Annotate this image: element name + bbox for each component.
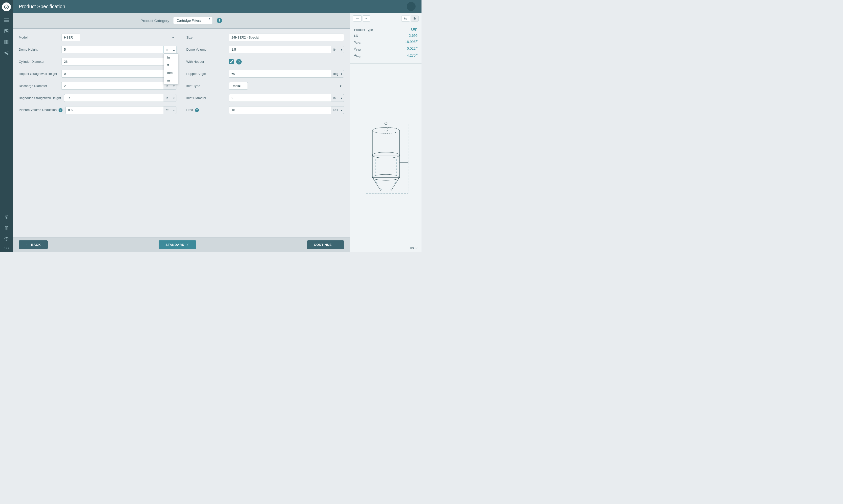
svg-point-20 bbox=[372, 127, 399, 133]
standard-label: STANDARD bbox=[165, 243, 184, 247]
model-select[interactable]: HSER bbox=[61, 34, 80, 41]
hopper-angle-label: Hopper Angle bbox=[186, 72, 226, 76]
unit-option-ft[interactable]: ft bbox=[164, 61, 178, 69]
dome-volume-input[interactable] bbox=[229, 46, 331, 53]
pred-input-group: PSI ▼ bbox=[229, 106, 344, 114]
svg-rect-24 bbox=[372, 155, 399, 177]
back-arrow-icon: ← bbox=[26, 243, 29, 247]
sidebar-item-storage[interactable] bbox=[2, 223, 11, 232]
body-layout: Product Category Cartridge Filters ▼ ? bbox=[13, 13, 422, 252]
right-panel: — ≡ kg lb Product Type SER LD 2.696 bbox=[350, 13, 422, 252]
back-button[interactable]: ← BACK bbox=[19, 240, 48, 249]
svg-line-39 bbox=[390, 179, 398, 190]
plenum-volume-input[interactable] bbox=[66, 106, 164, 114]
ahsg-value: 4.276ft² bbox=[407, 53, 417, 57]
continue-button[interactable]: CONTINUE → bbox=[307, 240, 344, 249]
inlet-diameter-field-row: Inlet Diameter in ▼ bbox=[186, 94, 344, 102]
with-hopper-checkbox[interactable] bbox=[229, 59, 234, 64]
category-bar: Product Category Cartridge Filters ▼ ? bbox=[13, 13, 350, 29]
right-panel-header: — ≡ kg lb bbox=[350, 13, 422, 24]
dome-height-input-group: in ft mm m ▲ in ft mm bbox=[61, 46, 176, 53]
diagram-label: HSER bbox=[410, 247, 417, 250]
hopper-angle-unit-select[interactable]: deg bbox=[331, 70, 344, 77]
size-field-row: Size bbox=[186, 34, 344, 41]
vencl-key: Vencl bbox=[354, 40, 361, 44]
category-select[interactable]: Cartridge Filters bbox=[173, 17, 213, 24]
ld-key: LD bbox=[354, 34, 358, 38]
svg-point-17 bbox=[5, 226, 8, 227]
inlet-type-select[interactable]: Radial bbox=[229, 82, 248, 90]
discharge-diameter-input-group: in ▼ bbox=[61, 82, 176, 90]
plenum-volume-label: Plenum Volume Deduction ? bbox=[19, 108, 62, 112]
dome-volume-unit-wrap: ft³ ▼ bbox=[331, 46, 344, 53]
plenum-volume-unit-wrap: ft³ ▼ bbox=[164, 106, 176, 114]
unit-option-in[interactable]: in bbox=[164, 54, 178, 61]
vencl-value: 16.996ft³ bbox=[405, 39, 417, 44]
pred-unit-wrap: PSI ▼ bbox=[331, 106, 344, 114]
svg-line-38 bbox=[374, 179, 382, 190]
category-label: Product Category bbox=[141, 19, 169, 23]
dome-volume-unit-select[interactable]: ft³ bbox=[331, 46, 344, 53]
sidebar-item-home[interactable] bbox=[2, 27, 11, 36]
lb-button[interactable]: lb bbox=[411, 16, 418, 21]
sidebar-item-share[interactable] bbox=[2, 49, 11, 57]
plenum-volume-unit-select[interactable]: ft³ bbox=[164, 106, 176, 114]
dome-height-unit-wrap: in ft mm m ▲ in ft mm bbox=[164, 46, 176, 53]
sidebar-item-layers[interactable] bbox=[2, 38, 11, 47]
panel-tabs: — ≡ bbox=[353, 15, 370, 21]
with-hopper-label: With Hopper bbox=[186, 60, 226, 64]
panel-tab-list[interactable]: ≡ bbox=[363, 15, 370, 21]
category-help-icon[interactable]: ? bbox=[217, 18, 222, 23]
size-input[interactable] bbox=[229, 34, 344, 41]
header-menu-button[interactable]: ⋮ bbox=[407, 2, 416, 11]
plenum-volume-input-group: ft³ ▼ bbox=[66, 106, 176, 114]
baghouse-straightwall-input[interactable] bbox=[64, 94, 164, 102]
sidebar-bottom: 3.1.4 bbox=[2, 213, 11, 250]
svg-point-19 bbox=[6, 240, 7, 240]
form-grid-wrap: Model HSER ▼ Size bbox=[13, 29, 350, 237]
continue-label: CONTINUE bbox=[314, 243, 332, 247]
category-select-wrap: Cartridge Filters ▼ bbox=[173, 17, 213, 24]
kg-button[interactable]: kg bbox=[401, 16, 410, 21]
sidebar: 3.1.4 bbox=[0, 0, 13, 252]
discharge-diameter-input[interactable] bbox=[61, 82, 164, 90]
plenum-help-icon[interactable]: ? bbox=[58, 108, 62, 112]
inlet-diameter-unit-wrap: in ▼ bbox=[331, 94, 344, 102]
pred-input[interactable] bbox=[229, 106, 331, 114]
svg-line-15 bbox=[6, 53, 7, 54]
sidebar-item-settings[interactable] bbox=[2, 213, 11, 221]
inlet-diameter-unit-select[interactable]: in bbox=[331, 94, 344, 102]
baghouse-straightwall-unit-select[interactable]: in bbox=[164, 94, 176, 102]
cylinder-diameter-field-row: Cylinder Diameter bbox=[19, 58, 176, 66]
dome-height-input[interactable] bbox=[61, 46, 164, 53]
page-title: Product Specification bbox=[19, 4, 404, 10]
unit-option-m[interactable]: m bbox=[164, 77, 178, 84]
ainlet-value: 0.022ft² bbox=[407, 46, 417, 50]
main-content: Product Specification ⋮ Product Category… bbox=[13, 0, 422, 252]
svg-line-14 bbox=[6, 52, 7, 53]
pred-help-icon[interactable]: ? bbox=[195, 108, 199, 112]
standard-button[interactable]: STANDARD ✓ bbox=[159, 240, 196, 249]
with-hopper-help-icon[interactable]: ? bbox=[236, 59, 241, 65]
app-logo[interactable] bbox=[2, 2, 11, 11]
unit-option-mm[interactable]: mm bbox=[164, 69, 178, 77]
hopper-straightwall-input[interactable] bbox=[61, 70, 176, 77]
sidebar-item-help[interactable] bbox=[2, 234, 11, 243]
dome-height-unit-select[interactable]: in ft mm m bbox=[164, 46, 176, 53]
panel-tab-chart[interactable]: — bbox=[353, 15, 362, 21]
hopper-angle-unit-wrap: deg ▼ bbox=[331, 70, 344, 77]
hopper-angle-input[interactable] bbox=[229, 70, 331, 77]
cylinder-diameter-input[interactable] bbox=[61, 58, 176, 66]
with-hopper-field-row: With Hopper ? bbox=[186, 58, 344, 66]
back-label: BACK bbox=[31, 243, 41, 247]
hopper-angle-input-group: deg ▼ bbox=[229, 70, 344, 77]
product-info: Product Type SER LD 2.696 Vencl 16.996ft… bbox=[350, 24, 422, 64]
sidebar-item-hamburger[interactable] bbox=[2, 16, 11, 25]
svg-point-16 bbox=[6, 216, 7, 218]
inlet-diameter-input[interactable] bbox=[229, 94, 331, 102]
svg-rect-2 bbox=[4, 20, 8, 20]
product-type-value: SER bbox=[410, 28, 417, 32]
pred-unit-select[interactable]: PSI bbox=[331, 106, 344, 114]
hopper-straightwall-field-row: Hopper Straightwall Height bbox=[19, 70, 176, 77]
ainlet-key: Ainlet bbox=[354, 47, 361, 51]
